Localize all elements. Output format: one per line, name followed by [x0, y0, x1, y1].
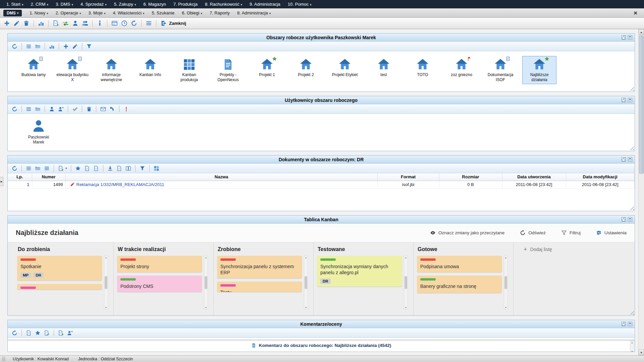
- member-badge[interactable]: DR: [320, 279, 331, 284]
- workspace-item[interactable]: Kanban produkcja: [172, 56, 206, 84]
- panel-restore-icon[interactable]: [622, 217, 626, 222]
- folder-icon[interactable]: [34, 105, 42, 113]
- mark-read-button[interactable]: Oznacz zmiany jako przeczytane: [430, 230, 504, 236]
- user-add-icon[interactable]: [57, 105, 65, 113]
- info-icon[interactable]: [96, 19, 104, 27]
- scrollbar-track[interactable]: [639, 35, 644, 350]
- kanban-card[interactable]: Podstrony CMS: [117, 276, 202, 292]
- kanban-card[interactable]: Testy: [217, 282, 302, 292]
- add-icon[interactable]: [3, 19, 11, 27]
- refresh-board-button[interactable]: Odśwież: [520, 230, 546, 236]
- column-header[interactable]: Nazwa: [65, 173, 377, 181]
- top-menu-item-2[interactable]: 2. CRM▾: [27, 1, 52, 8]
- scroll-down-icon[interactable]: ▼: [105, 306, 107, 309]
- list2-icon[interactable]: [43, 165, 51, 172]
- mail-icon[interactable]: [99, 105, 107, 113]
- user-icon[interactable]: [48, 105, 56, 113]
- column-scrollbar[interactable]: ▲▼: [504, 256, 508, 309]
- kanban-card[interactable]: Banery graficzne na stronę: [417, 276, 502, 293]
- list-icon[interactable]: [25, 105, 33, 113]
- column-header[interactable]: Data modyfikacji: [566, 173, 635, 181]
- workspace-item[interactable]: zoz gniezno: [444, 56, 479, 79]
- columns-icon[interactable]: [124, 165, 132, 172]
- panel-maximize-icon[interactable]: [628, 322, 632, 326]
- column-scrollbar[interactable]: ▲▼: [304, 256, 308, 309]
- workspace-user[interactable]: Paszkowski Marek: [22, 119, 55, 147]
- clock-icon[interactable]: [120, 19, 128, 27]
- panel-maximize-icon[interactable]: [628, 157, 632, 162]
- phone-icon[interactable]: [108, 105, 116, 113]
- scroll-up-icon[interactable]: ▲: [305, 256, 307, 259]
- column-scrollbar[interactable]: ▲▼: [204, 256, 208, 309]
- kanban-card[interactable]: Synchronizacja wymiany danych panelu z a…: [317, 256, 402, 287]
- user-icon[interactable]: [71, 19, 79, 27]
- refresh-icon[interactable]: [11, 43, 18, 50]
- list-icon[interactable]: [145, 19, 153, 27]
- comments-panel-header[interactable]: Komentarze/oceny: [8, 320, 635, 328]
- trash-icon[interactable]: [22, 19, 31, 27]
- document-row[interactable]: 11499Reklamacja 1/332/MRB_REKLAMACJA/201…: [8, 181, 635, 188]
- scroll-up-icon[interactable]: ▲: [205, 256, 207, 259]
- member-badge[interactable]: MP: [20, 273, 31, 278]
- top-menu-item-3[interactable]: 3. DMS▾: [52, 1, 77, 8]
- workspaces-panel-header[interactable]: Obszary robocze użytkownika Paszkowski M…: [8, 34, 635, 42]
- kanban-card[interactable]: Podpisana umowa: [417, 256, 502, 272]
- filter-icon[interactable]: [85, 43, 93, 50]
- workspace-item[interactable]: test: [367, 56, 401, 79]
- check-icon[interactable]: [71, 105, 79, 113]
- star-icon[interactable]: [74, 165, 82, 172]
- scroll-up-icon[interactable]: ▲: [631, 341, 633, 344]
- member-badge[interactable]: DR: [33, 273, 44, 278]
- scrollbar-thumb[interactable]: [105, 276, 107, 289]
- doc-check-icon[interactable]: [43, 329, 51, 337]
- top-menu-item-7[interactable]: 7. Produkcja: [170, 1, 201, 8]
- star-icon[interactable]: [34, 329, 42, 337]
- kanban-panel-header[interactable]: Tablica Kanban: [8, 216, 635, 224]
- refresh-icon[interactable]: [11, 329, 18, 337]
- users-panel-header[interactable]: Użytkownicy obszaru roboczego: [8, 96, 635, 104]
- workspace-item[interactable]: TOTO: [406, 56, 440, 79]
- module-menu-item-4[interactable]: 4. Właściwości▾: [109, 9, 148, 16]
- column-header[interactable]: Numer: [32, 173, 65, 181]
- workspace-item[interactable]: Kanban Info: [133, 56, 167, 79]
- close-icon[interactable]: ×: [630, 10, 641, 16]
- column-header[interactable]: Rozmiar: [439, 173, 502, 181]
- kanban-card[interactable]: SpotkanieMPDR: [17, 256, 102, 281]
- column-scrollbar[interactable]: ▲▼: [404, 256, 408, 309]
- scroll-down-icon[interactable]: ▼: [639, 350, 644, 355]
- refresh-icon[interactable]: [11, 165, 18, 172]
- workspace-item[interactable]: Najbliższe działania: [522, 56, 556, 84]
- scroll-down-icon[interactable]: ▼: [505, 306, 507, 309]
- card-icon[interactable]: [110, 19, 119, 27]
- top-menu-item-6[interactable]: 6. Magazyn: [140, 1, 169, 8]
- scroll-down-icon[interactable]: ▼: [305, 306, 307, 309]
- documents-panel-header[interactable]: Dokumenty w obszarze roboczym: DR: [8, 156, 635, 164]
- workspace-item[interactable]: Budowa tamy: [16, 56, 51, 79]
- grid-icon[interactable]: [153, 165, 160, 172]
- scrollbar-thumb[interactable]: [504, 276, 507, 289]
- workspace-item[interactable]: elewacja budynku X: [55, 56, 90, 84]
- workspace-item[interactable]: Projekt 1: [250, 56, 284, 79]
- document-link[interactable]: Reklamacja 1/332/MRB_REKLAMACJA/2011: [76, 182, 164, 187]
- workspace-item[interactable]: Projekt 2: [289, 56, 323, 79]
- edit-icon[interactable]: [71, 43, 79, 50]
- main-vertical-scrollbar[interactable]: ▲ ▼: [638, 29, 644, 355]
- top-menu-item-9[interactable]: 9. Administracja: [246, 1, 284, 8]
- module-menu-item-5[interactable]: 5. Szukanie: [148, 9, 178, 16]
- column-header[interactable]: Lp.: [8, 173, 32, 181]
- doc-add-icon[interactable]: [52, 19, 60, 27]
- panel-maximize-icon[interactable]: [628, 217, 632, 222]
- scrollbar-thumb[interactable]: [405, 276, 407, 289]
- user-add-icon[interactable]: [66, 329, 74, 337]
- top-menu-item-8[interactable]: 8. Rachunkowość▾: [201, 1, 246, 8]
- doc-icon[interactable]: [25, 329, 33, 337]
- workspace-item[interactable]: Dokumentacja ISOF: [483, 56, 518, 84]
- settings-button[interactable]: Ustawienia: [596, 230, 627, 236]
- filter-icon[interactable]: [139, 165, 146, 172]
- chart-icon[interactable]: [37, 19, 45, 27]
- module-menu-item-7[interactable]: 7. Raporty: [206, 9, 233, 16]
- comment-link[interactable]: Komentarz do obszaru roboczego: Najbliżs…: [259, 343, 391, 348]
- workspace-item[interactable]: informacje wewnętrzne: [94, 56, 128, 84]
- panel-restore-icon[interactable]: [622, 157, 626, 162]
- trash-icon[interactable]: [85, 105, 93, 113]
